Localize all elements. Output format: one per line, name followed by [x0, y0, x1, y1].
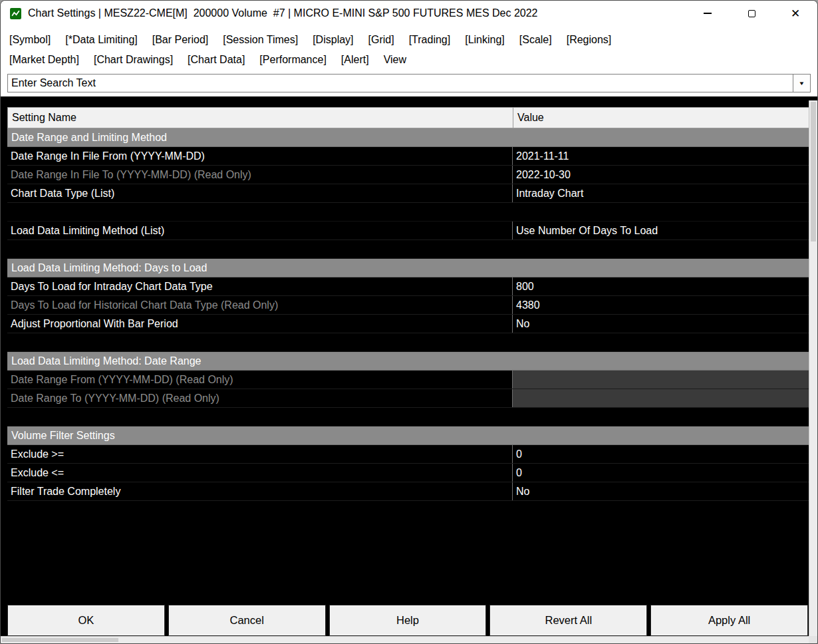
blank-row [7, 333, 809, 352]
setting-row-exclude: Exclude <=0 [7, 464, 809, 482]
setting-value [513, 389, 809, 407]
setting-value[interactable]: 800 [513, 277, 809, 295]
apply-all-button[interactable]: Apply All [650, 605, 808, 636]
help-button[interactable]: Help [329, 605, 487, 636]
app-icon [10, 8, 21, 19]
setting-value[interactable]: No [513, 315, 809, 333]
window-top-area: Chart Settings | MESZ22-CME[M] 200000 Vo… [1, 1, 817, 96]
setting-label: Chart Data Type (List) [7, 184, 513, 202]
table-header-row: Setting Name Value [7, 107, 809, 128]
window-title: Chart Settings | MESZ22-CME[M] 200000 Vo… [28, 7, 538, 19]
settings-rows: Date Range and Limiting MethodDate Range… [7, 128, 809, 501]
minimize-button[interactable] [686, 1, 730, 26]
menu-item-market-depth[interactable]: [Market Depth] [9, 51, 79, 69]
setting-label: Days To Load for Intraday Chart Data Typ… [7, 277, 513, 295]
menu-item-symbol[interactable]: [Symbol] [9, 31, 51, 49]
setting-value[interactable]: 0 [513, 445, 809, 463]
section-header-load-data-limiting-method-date-range: Load Data Limiting Method: Date Range [7, 352, 809, 371]
setting-row-date-range-in-file-from-yyyy-mm-dd: Date Range In File From (YYYY-MM-DD)2021… [7, 147, 809, 166]
setting-label: Filter Trade Completely [7, 482, 513, 500]
setting-label: Date Range In File To (YYYY-MM-DD) (Read… [7, 166, 513, 184]
settings-table: Setting Name Value Date Range and Limiti… [7, 107, 809, 501]
menu-item-grid[interactable]: [Grid] [368, 31, 394, 49]
setting-value[interactable]: 0 [513, 464, 809, 482]
section-header-volume-filter-settings: Volume Filter Settings [7, 426, 809, 445]
scrollbar-corner [809, 636, 817, 643]
setting-label: Adjust Proportional With Bar Period [7, 315, 513, 333]
search-combobox: ▼ [7, 74, 811, 92]
chevron-down-icon: ▼ [799, 80, 805, 86]
menu-item-alert[interactable]: [Alert] [341, 51, 369, 69]
menu-item-bar-period[interactable]: [Bar Period] [152, 31, 208, 49]
search-input[interactable] [8, 75, 793, 92]
menu-item-performance[interactable]: [Performance] [259, 51, 326, 69]
column-header-value: Value [513, 108, 809, 128]
setting-value[interactable]: Intraday Chart [513, 184, 809, 202]
setting-label: Load Data Limiting Method (List) [7, 222, 513, 240]
maximize-button[interactable] [730, 1, 773, 26]
setting-row-exclude: Exclude >=0 [7, 445, 809, 464]
vertical-scrollbar-thumb[interactable] [811, 102, 816, 242]
horizontal-scrollbar[interactable] [1, 636, 809, 643]
setting-label: Date Range From (YYYY-MM-DD) (Read Only) [7, 371, 513, 389]
setting-row-days-to-load-for-intraday-chart-data-type: Days To Load for Intraday Chart Data Typ… [7, 277, 809, 296]
setting-label: Days To Load for Historical Chart Data T… [7, 296, 513, 314]
cancel-button[interactable]: Cancel [168, 605, 326, 636]
setting-value[interactable]: No [513, 482, 809, 500]
setting-value: 2022-10-30 [513, 166, 809, 184]
close-icon: ✕ [791, 8, 800, 19]
maximize-icon [748, 10, 755, 17]
window-controls: ✕ [686, 1, 817, 26]
menu-item-session-times[interactable]: [Session Times] [223, 31, 298, 49]
column-header-setting-name: Setting Name [8, 108, 513, 128]
dialog-button-row: OKCancelHelpRevert AllApply All [7, 605, 808, 636]
setting-label: Exclude >= [7, 445, 513, 463]
blank-row [7, 408, 809, 426]
setting-value[interactable]: Use Number Of Days To Load [513, 222, 809, 240]
menu-row-2: [Market Depth][Chart Drawings][Chart Dat… [9, 51, 809, 69]
setting-row-load-data-limiting-method-list: Load Data Limiting Method (List)Use Numb… [7, 222, 809, 240]
setting-row-date-range-to-yyyy-mm-dd-read-only: Date Range To (YYYY-MM-DD) (Read Only) [7, 389, 809, 408]
setting-row-date-range-in-file-to-yyyy-mm-dd-read-only: Date Range In File To (YYYY-MM-DD) (Read… [7, 166, 809, 184]
chart-settings-window: Chart Settings | MESZ22-CME[M] 200000 Vo… [0, 0, 818, 644]
setting-row-filter-trade-completely: Filter Trade CompletelyNo [7, 482, 809, 501]
minimize-icon [704, 13, 712, 14]
horizontal-scrollbar-thumb[interactable] [2, 638, 118, 642]
revert-all-button[interactable]: Revert All [489, 605, 647, 636]
menu-item-chart-data[interactable]: [Chart Data] [188, 51, 245, 69]
menu-item-scale[interactable]: [Scale] [519, 31, 552, 49]
setting-label: Date Range To (YYYY-MM-DD) (Read Only) [7, 389, 513, 407]
menu-item-chart-drawings[interactable]: [Chart Drawings] [94, 51, 173, 69]
setting-row-days-to-load-for-historical-chart-data-type-read-only: Days To Load for Historical Chart Data T… [7, 296, 809, 315]
ok-button[interactable]: OK [7, 605, 165, 636]
section-header-load-data-limiting-method-days-to-load: Load Data Limiting Method: Days to Load [7, 259, 809, 277]
titlebar: Chart Settings | MESZ22-CME[M] 200000 Vo… [1, 1, 817, 26]
menu-bar: [Symbol][*Data Limiting][Bar Period][Ses… [1, 26, 817, 73]
section-header-date-range-and-limiting-method: Date Range and Limiting Method [7, 128, 809, 147]
setting-row-date-range-from-yyyy-mm-dd-read-only: Date Range From (YYYY-MM-DD) (Read Only) [7, 371, 809, 389]
blank-row [7, 240, 809, 259]
blank-row [7, 203, 809, 222]
vertical-scrollbar[interactable] [809, 100, 817, 636]
search-dropdown-button[interactable]: ▼ [793, 75, 810, 92]
setting-row-chart-data-type-list: Chart Data Type (List)Intraday Chart [7, 184, 809, 203]
close-button[interactable]: ✕ [773, 1, 817, 26]
menu-item-regions[interactable]: [Regions] [567, 31, 612, 49]
setting-value [513, 371, 809, 389]
setting-label: Exclude <= [7, 464, 513, 482]
setting-value[interactable]: 2021-11-11 [513, 147, 809, 165]
menu-item-display[interactable]: [Display] [313, 31, 353, 49]
menu-row-1: [Symbol][*Data Limiting][Bar Period][Ses… [9, 31, 809, 49]
setting-value: 4380 [513, 296, 809, 314]
menu-item-view[interactable]: View [384, 51, 406, 69]
setting-label: Date Range In File From (YYYY-MM-DD) [7, 147, 513, 165]
menu-item-trading[interactable]: [Trading] [409, 31, 451, 49]
setting-row-adjust-proportional-with-bar-period: Adjust Proportional With Bar PeriodNo [7, 315, 809, 333]
menu-item-data-limiting[interactable]: [*Data Limiting] [65, 31, 138, 49]
menu-item-linking[interactable]: [Linking] [465, 31, 505, 49]
